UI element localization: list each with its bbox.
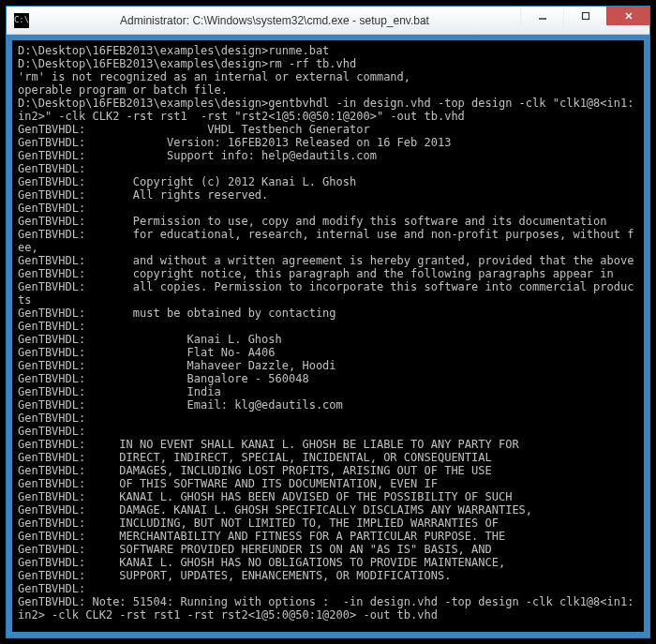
console-output[interactable]: D:\Desktop\16FEB2013\examples\design>run…	[12, 40, 644, 632]
console-line: GenTBVHDL: must be obtained by contactin…	[18, 307, 638, 320]
console-line: GenTBVHDL: VHDL Testbench Generator	[18, 123, 638, 136]
console-line: GenTBVHDL:	[18, 202, 638, 215]
console-line: GenTBVHDL: Permission to use, copy and m…	[18, 215, 638, 228]
console-line: GenTBVHDL:	[18, 320, 638, 333]
console-line: GenTBVHDL: Copyright (c) 2012 Kanai L. G…	[18, 175, 638, 188]
console-line: GenTBVHDL:	[18, 425, 638, 438]
console-line: GenTBVHDL: All rights reserved.	[18, 188, 638, 202]
close-button[interactable]	[606, 7, 649, 25]
minimize-icon	[538, 11, 547, 21]
console-line: GenTBVHDL: IN NO EVENT SHALL KANAI L. GH…	[18, 438, 638, 451]
console-line: GenTBVHDL:	[18, 412, 638, 425]
console-line: GenTBVHDL: KANAI L. GHOSH HAS NO OBLIGAT…	[18, 556, 638, 569]
console-line: GenTBVHDL: India	[18, 385, 638, 398]
console-line: operable program or batch file.	[18, 83, 638, 97]
close-icon	[624, 11, 634, 21]
client-area: D:\Desktop\16FEB2013\examples\design>run…	[7, 35, 649, 637]
cmd-icon: C:\	[14, 13, 29, 28]
console-line: GenTBVHDL: DAMAGE. KANAI L. GHOSH SPECIF…	[18, 503, 638, 517]
console-line: GenTBVHDL: SUPPORT, UPDATES, ENHANCEMENT…	[18, 569, 638, 582]
console-line: GenTBVHDL: all copies. Permission to inc…	[18, 280, 638, 307]
console-line: GenTBVHDL: Kanai L. Ghosh	[18, 333, 638, 346]
console-line: D:\Desktop\16FEB2013\examples\design>run…	[18, 44, 638, 57]
console-line: GenTBVHDL:	[18, 162, 638, 175]
console-line: 'rm' is not recognized as an internal or…	[18, 70, 638, 83]
svg-rect-1	[582, 13, 589, 20]
console-line: GenTBVHDL: INCLUDING, BUT NOT LIMITED TO…	[18, 517, 638, 530]
console-line: GenTBVHDL: SOFTWARE PROVIDED HEREUNDER I…	[18, 543, 638, 556]
titlebar[interactable]: C:\ Administrator: C:\Windows\system32\c…	[7, 7, 649, 35]
console-line: GenTBVHDL: and without a written agreeme…	[18, 254, 638, 267]
console-line: GenTBVHDL: DIRECT, INDIRECT, SPECIAL, IN…	[18, 451, 638, 464]
console-line: D:\Desktop\16FEB2013\examples\design>gen…	[18, 97, 638, 123]
minimize-button[interactable]	[520, 7, 563, 25]
cmd-window: C:\ Administrator: C:\Windows\system32\c…	[6, 6, 650, 638]
console-line: GenTBVHDL: copyright notice, this paragr…	[18, 267, 638, 280]
console-line: GenTBVHDL: Note: 51504: Running with opt…	[18, 595, 638, 622]
console-line: GenTBVHDL: KANAI L. GHOSH HAS BEEN ADVIS…	[18, 490, 638, 503]
maximize-button[interactable]	[563, 7, 606, 25]
maximize-icon	[581, 11, 590, 21]
console-line: GenTBVHDL: for educational, research, in…	[18, 228, 638, 254]
cmd-icon-glyph: C:\	[14, 16, 29, 24]
console-line: GenTBVHDL: Bangalore - 560048	[18, 372, 638, 385]
console-line: GenTBVHDL: Support info: help@edautils.c…	[18, 149, 638, 162]
window-controls	[520, 7, 649, 34]
console-line: GenTBVHDL: DAMAGES, INCLUDING LOST PROFI…	[18, 464, 638, 477]
window-title: Administrator: C:\Windows\system32\cmd.e…	[29, 14, 520, 27]
console-line: GenTBVHDL: Version: 16FEB2013 Released o…	[18, 136, 638, 149]
console-line: GenTBVHDL: OF THIS SOFTWARE AND ITS DOCU…	[18, 477, 638, 490]
console-line: GenTBVHDL: Email: klg@edautils.com	[18, 398, 638, 412]
console-line: GenTBVHDL: Flat No- A406	[18, 346, 638, 359]
console-line: GenTBVHDL: Mahaveer Dazzle, Hoodi	[18, 359, 638, 372]
console-line: GenTBVHDL:	[18, 582, 638, 595]
console-line: GenTBVHDL: MERCHANTABILITY AND FITNESS F…	[18, 530, 638, 543]
console-line: D:\Desktop\16FEB2013\examples\design>rm …	[18, 57, 638, 70]
